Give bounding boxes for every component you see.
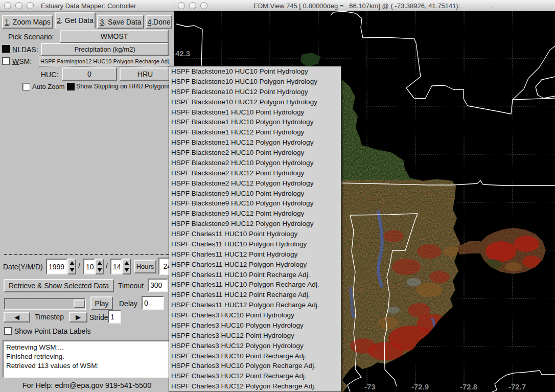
stippling-label: Show Stippling on HRU Polygons <box>76 83 171 90</box>
spin-down-icon[interactable] <box>97 268 102 272</box>
dropdown-item[interactable]: HSPF Blackstone10 HUC10 Polygon Hydrolog… <box>169 77 341 87</box>
separator <box>4 254 169 255</box>
wsm-dropdown-list[interactable]: HSPF Blackstone10 HUC10 Point HydrologyH… <box>169 66 341 392</box>
dropdown-item[interactable]: HSPF Charles3 HUC12 Polygon Hydrology <box>169 341 341 351</box>
dropdown-item[interactable]: HSPF Charles11 HUC12 Point Recharge Adj. <box>169 290 341 300</box>
status-line: Retrieved 113 values of WSM: <box>6 361 167 371</box>
status-line: Finished retrieving. <box>6 352 167 361</box>
hru-button[interactable]: HRU <box>120 67 171 81</box>
point-labels-checkbox[interactable] <box>4 327 12 335</box>
dropdown-item[interactable]: HSPF Charles11 HUC10 Polygon Recharge Ad… <box>169 280 341 290</box>
pick-scenario-label: Pick Scenario: <box>8 33 54 41</box>
dropdown-item[interactable]: HSPF Blackstone9 HUC10 Polygon Hydrology <box>169 198 341 209</box>
tab-zoom-maps[interactable]: 1. Zoom Maps <box>2 15 53 29</box>
scenario-button[interactable]: WMOST <box>60 30 169 43</box>
nldas-checkbox[interactable] <box>2 45 10 53</box>
timestep-forward-button[interactable]: ▶ <box>69 312 87 322</box>
dropdown-item[interactable]: HSPF Charles11 HUC12 Point Hydrology <box>169 249 341 260</box>
spin-up-icon[interactable] <box>97 261 102 265</box>
minimize-icon[interactable] <box>189 2 196 9</box>
delay-field[interactable]: 0 <box>142 296 164 310</box>
dropdown-item[interactable]: HSPF Charles3 HUC12 Point Hydrology <box>169 331 341 341</box>
dropdown-item[interactable]: HSPF Charles3 HUC10 Polygon Recharge Adj… <box>169 361 341 371</box>
year-field[interactable]: 1999 <box>46 259 67 274</box>
point-labels-label: Show Point Data Labels <box>14 327 90 335</box>
close-icon[interactable] <box>178 2 185 9</box>
nldas-variable-button[interactable]: Precipitation (kg/m2) <box>41 43 169 56</box>
dropdown-item[interactable]: HSPF Charles11 HUC10 Polygon Hydrology <box>169 239 341 249</box>
stippling-checkbox[interactable] <box>67 83 75 90</box>
hours-button[interactable]: Hours <box>134 260 156 273</box>
dropdown-item[interactable]: HSPF Blackstone2 HUC12 Point Hydrology <box>169 168 341 178</box>
month-spinner[interactable] <box>95 259 104 274</box>
slider-handle[interactable] <box>74 299 85 308</box>
spin-down-icon[interactable] <box>70 268 75 272</box>
controller-window-title: Estuary Data Mapper: Controller <box>41 2 136 10</box>
controller-window: Estuary Data Mapper: Controller 1. Zoom … <box>0 0 174 392</box>
spin-up-icon[interactable] <box>70 261 75 265</box>
timestep-back-button[interactable]: ◀ <box>4 312 30 322</box>
window-controls <box>178 2 207 9</box>
dropdown-item[interactable]: HSPF Charles11 HUC10 Point Recharge Adj. <box>169 270 341 280</box>
dropdown-item[interactable]: HSPF Charles3 HUC12 Point Recharge Adj. <box>169 371 341 381</box>
right-arrow-icon: ▶ <box>76 313 81 321</box>
dropdown-item[interactable]: HSPF Charles3 HUC10 Polygon Hydrology <box>169 320 341 331</box>
spin-up-icon[interactable] <box>124 261 129 265</box>
dropdown-item[interactable]: HSPF Blackstone10 HUC12 Polygon Hydrolog… <box>169 97 341 107</box>
dropdown-item[interactable]: HSPF Charles3 HUC10 Point Recharge Adj. <box>169 351 341 361</box>
dropdown-item[interactable]: HSPF Charles11 HUC12 Polygon Recharge Ad… <box>169 300 341 310</box>
status-line: Retrieving WSM:... <box>6 343 167 352</box>
dropdown-item[interactable]: HSPF Charles11 HUC12 Polygon Hydrology <box>169 260 341 270</box>
dropdown-item[interactable]: HSPF Blackstone1 HUC10 Polygon Hydrology <box>169 117 341 127</box>
dropdown-item[interactable]: HSPF Blackstone10 HUC10 Point Hydrology <box>169 66 341 77</box>
dropdown-item[interactable]: HSPF Blackstone1 HUC10 Point Hydrology <box>169 107 341 118</box>
date-sep1: / <box>78 262 80 270</box>
minimize-icon[interactable] <box>15 2 22 9</box>
zoom-icon[interactable] <box>200 2 207 9</box>
dropdown-item[interactable]: HSPF Blackstone10 HUC12 Point Hydrology <box>169 87 341 97</box>
stride-field[interactable]: 1 <box>108 310 121 324</box>
huc-label: HUC: <box>41 71 58 79</box>
controller-titlebar[interactable]: Estuary Data Mapper: Controller <box>0 0 174 12</box>
dropdown-item[interactable]: HSPF Blackstone2 HUC12 Polygon Hydrology <box>169 178 341 189</box>
lon-label-727: -72.7 <box>508 382 526 391</box>
lon-label-728: -72.8 <box>460 382 477 391</box>
view-titlebar[interactable]: EDM:View 745 [ 0.80000deg = 66.107km] @ … <box>174 0 555 12</box>
zoom-icon[interactable] <box>27 2 34 9</box>
play-button[interactable]: Play <box>90 296 113 310</box>
dropdown-item[interactable]: HSPF Blackstone2 HUC10 Polygon Hydrology <box>169 158 341 168</box>
dropdown-item[interactable]: HSPF Blackstone9 HUC12 Point Hydrology <box>169 209 341 219</box>
wsm-checkbox[interactable] <box>2 57 10 65</box>
dropdown-item[interactable]: HSPF Blackstone9 HUC10 Point Hydrology <box>169 189 341 199</box>
dropdown-item[interactable]: HSPF Blackstone1 HUC12 Point Hydrology <box>169 127 341 137</box>
dropdown-item[interactable]: HSPF Charles11 HUC10 Point Hydrology <box>169 229 341 239</box>
lon-label-729: -72.9 <box>411 382 429 391</box>
dropdown-item[interactable]: HSPF Blackstone1 HUC12 Polygon Hydrology <box>169 137 341 148</box>
day-field[interactable]: 14 <box>110 259 122 274</box>
time-slider[interactable] <box>4 298 86 310</box>
timeout-label: Timeout <box>118 282 144 290</box>
spin-down-icon[interactable] <box>124 268 129 272</box>
tab-get-data[interactable]: 2. Get Data <box>55 12 96 29</box>
year-spinner[interactable] <box>67 259 76 274</box>
timestep-label: Timestep <box>35 313 64 321</box>
auto-zoom-checkbox[interactable] <box>22 83 30 90</box>
lat-label: 42.3 <box>175 49 190 58</box>
dropdown-item[interactable]: HSPF Charles3 HUC12 Polygon Recharge Adj… <box>169 381 341 391</box>
date-label: Date(Y/M/D) <box>3 263 43 271</box>
status-log[interactable]: Retrieving WSM:...Finished retrieving.Re… <box>3 340 170 378</box>
close-icon[interactable] <box>4 2 11 9</box>
wsm-label: WSM: <box>12 57 32 65</box>
retrieve-button[interactable]: Retrieve & Show Selected Data <box>4 279 114 292</box>
auto-zoom-label: Auto Zoom <box>32 83 65 90</box>
tab-done[interactable]: 4.Done <box>146 15 172 29</box>
tab-save-data[interactable]: 3. Save Data <box>97 15 144 29</box>
wsm-variable-button[interactable]: HSPF Farmington12 HUC10 Polygon Recharge… <box>39 56 170 66</box>
huc-value-button[interactable]: 0 <box>62 67 117 81</box>
dropdown-item[interactable]: HSPF Blackstone9 HUC12 Polygon Hydrology <box>169 219 341 229</box>
dropdown-item[interactable]: HSPF Blackstone2 HUC10 Point Hydrology <box>169 148 341 158</box>
day-spinner[interactable] <box>122 259 131 274</box>
timeout-field[interactable]: 300 <box>148 279 168 292</box>
dropdown-item[interactable]: HSPF Charles3 HUC10 Point Hydrology <box>169 310 341 320</box>
month-field[interactable]: 10 <box>83 259 95 274</box>
